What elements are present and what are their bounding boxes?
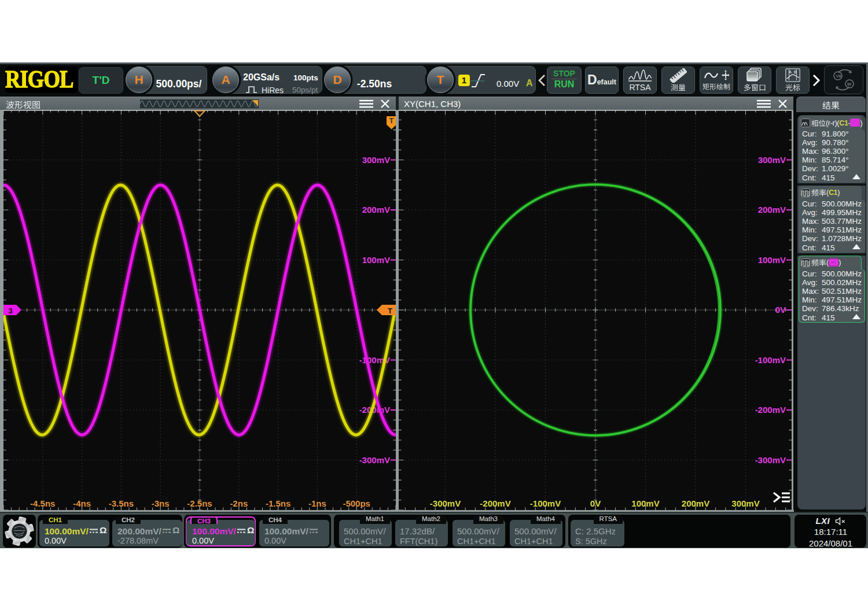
svg-text:3: 3 [8, 306, 12, 315]
svg-text:-1.5ns: -1.5ns [266, 498, 290, 508]
svg-text:-100mV: -100mV [530, 498, 561, 508]
svg-text:T: T [388, 306, 392, 315]
svg-text:200mV: 200mV [362, 205, 390, 215]
svg-text:VA: VA [836, 73, 842, 79]
svg-text:300mV: 300mV [758, 155, 786, 165]
svg-text:T: T [389, 116, 394, 125]
svg-text:-2ns: -2ns [230, 498, 248, 508]
svg-text:-200mV: -200mV [755, 405, 786, 415]
svg-text:-300mV: -300mV [430, 498, 461, 508]
svg-text:100mV: 100mV [362, 255, 390, 265]
svg-text:-2.5ns: -2.5ns [187, 498, 212, 508]
svg-text:-100mV: -100mV [755, 355, 786, 365]
svg-text:100mV: 100mV [758, 255, 786, 265]
svg-text:200mV: 200mV [758, 205, 786, 215]
svg-text:-200mV: -200mV [480, 498, 510, 508]
svg-text:100mV: 100mV [631, 498, 659, 508]
svg-text:W: W [847, 82, 852, 87]
svg-text:300mV: 300mV [731, 498, 759, 508]
svg-text:-1ns: -1ns [308, 498, 326, 508]
svg-text:200mV: 200mV [682, 498, 709, 508]
svg-text:-300mV: -300mV [755, 455, 786, 465]
svg-text:300mV: 300mV [362, 155, 390, 165]
svg-text:-4ns: -4ns [73, 498, 91, 508]
svg-text:-3.5ns: -3.5ns [109, 498, 134, 508]
svg-text:-4.5ns: -4.5ns [30, 498, 55, 508]
svg-text:0V: 0V [775, 305, 786, 315]
svg-text:-3ns: -3ns [152, 498, 170, 508]
svg-text:-500ps: -500ps [343, 498, 370, 508]
svg-text:-300mV: -300mV [359, 455, 390, 465]
svg-text:0V: 0V [590, 498, 601, 508]
